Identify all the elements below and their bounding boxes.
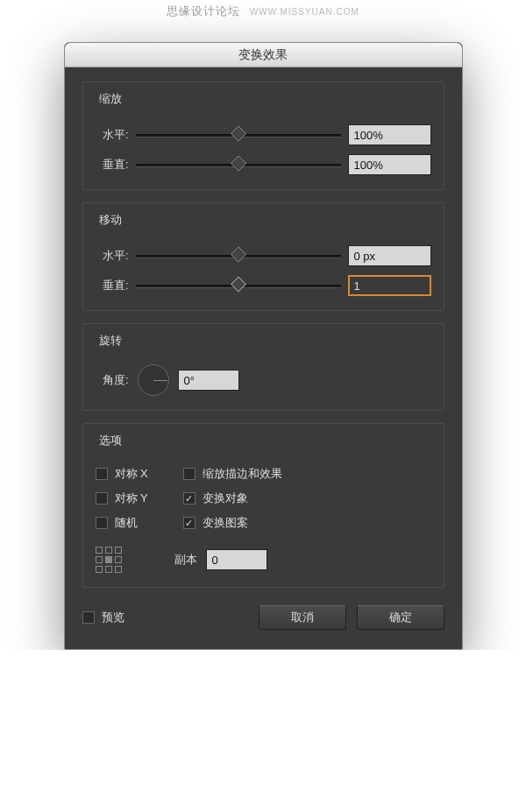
option-scale-strokes[interactable]: 缩放描边和效果 [183,466,282,482]
checkbox-icon[interactable] [96,468,108,480]
option-reflect-y[interactable]: 对称 Y [96,491,148,506]
watermark: 思缘设计论坛 WWW.MISSYUAN.COM [0,4,526,19]
option-scale-strokes-label: 缩放描边和效果 [203,466,282,482]
move-horizontal-input[interactable]: 0 px [348,245,431,266]
move-vertical-row: 垂直: 1 [96,275,431,296]
watermark-url: WWW.MISSYUAN.COM [250,7,359,17]
group-scale: 缩放 水平: 100% 垂直: 100% [82,81,444,190]
rotate-angle-label: 角度: [96,372,129,388]
option-reflect-x[interactable]: 对称 X [96,466,148,482]
anchor-row: 副本 0 [96,547,431,573]
ok-button[interactable]: 确定 [357,605,444,630]
scale-vertical-slider[interactable] [136,158,341,172]
scale-vertical-row: 垂直: 100% [96,154,431,175]
slider-thumb-icon[interactable] [230,246,245,262]
dialog-buttons: 取消 确定 [259,605,444,630]
move-vertical-input[interactable]: 1 [348,275,431,296]
checkbox-icon[interactable] [183,492,195,505]
scale-horizontal-row: 水平: 100% [96,124,431,145]
dialog-window: 变换效果 缩放 水平: 100% 垂直: 100% 移动 [64,42,463,650]
cancel-button[interactable]: 取消 [259,605,346,630]
dialog-footer: 预览 取消 确定 [82,605,444,630]
checkbox-icon[interactable] [96,517,108,529]
group-rotate-title: 旋转 [96,333,125,349]
group-move: 移动 水平: 0 px 垂直: 1 [82,202,444,311]
slider-thumb-icon[interactable] [230,155,245,171]
titlebar[interactable]: 变换效果 [65,43,462,67]
scale-vertical-label: 垂直: [96,157,129,173]
copies-input[interactable]: 0 [206,549,267,570]
checkbox-icon[interactable] [96,492,108,505]
group-move-title: 移动 [96,212,125,228]
rotate-angle-row: 角度: 0° [96,364,431,396]
option-transform-objects[interactable]: 变换对象 [183,491,282,506]
option-random[interactable]: 随机 [96,515,148,531]
move-horizontal-row: 水平: 0 px [96,245,431,266]
angle-dial-icon[interactable] [138,364,169,396]
slider-thumb-icon[interactable] [230,276,245,292]
scale-horizontal-input[interactable]: 100% [348,124,431,145]
scale-horizontal-slider[interactable] [136,128,341,142]
dialog-title: 变换效果 [238,47,288,63]
move-vertical-slider[interactable] [136,279,341,293]
preview-checkbox[interactable]: 预览 [82,610,124,625]
scale-vertical-input[interactable]: 100% [348,154,431,175]
group-options: 选项 对称 X 对称 Y 随机 [82,423,444,588]
watermark-text: 思缘设计论坛 [167,4,240,18]
slider-thumb-icon[interactable] [230,125,245,141]
move-horizontal-slider[interactable] [136,249,341,263]
checkbox-icon[interactable] [183,517,195,529]
copies-label: 副本 [174,552,197,568]
option-transform-patterns-label: 变换图案 [203,515,248,531]
anchor-point-icon[interactable] [96,547,122,573]
checkbox-icon[interactable] [183,468,195,480]
group-scale-title: 缩放 [96,91,125,107]
group-options-title: 选项 [96,433,125,448]
scale-horizontal-label: 水平: [96,127,129,143]
copies-row: 副本 0 [174,549,267,570]
option-reflect-x-label: 对称 X [115,466,148,482]
option-random-label: 随机 [115,515,138,531]
preview-label: 预览 [102,610,124,625]
options-grid: 对称 X 对称 Y 随机 缩放描边和效果 [96,457,431,531]
option-reflect-y-label: 对称 Y [115,491,148,506]
group-rotate: 旋转 角度: 0° [82,323,444,411]
move-vertical-label: 垂直: [96,278,129,293]
checkbox-icon[interactable] [82,611,95,624]
rotate-angle-input[interactable]: 0° [178,370,239,391]
dialog-content: 缩放 水平: 100% 垂直: 100% 移动 水平: [65,67,462,649]
option-transform-patterns[interactable]: 变换图案 [183,515,282,531]
move-horizontal-label: 水平: [96,248,129,264]
option-transform-objects-label: 变换对象 [203,491,248,506]
